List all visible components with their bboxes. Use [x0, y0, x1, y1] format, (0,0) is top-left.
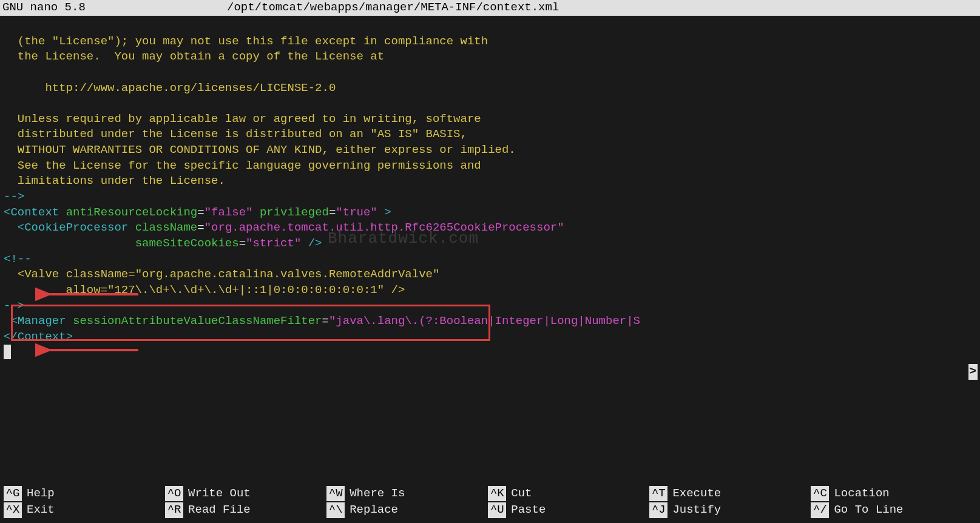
shortcut-label: Exit	[27, 502, 55, 518]
license-line: limitations under the License.	[4, 174, 225, 187]
shortcut-label: Where Is	[350, 486, 405, 502]
shortcut-label: Location	[834, 486, 889, 502]
shortcut-key: ^X	[4, 502, 22, 518]
indent	[4, 314, 10, 328]
cursor	[4, 345, 11, 359]
attr-value: "true"	[336, 206, 377, 219]
comment-close: -->	[4, 299, 24, 312]
shortcut-key: ^\	[326, 502, 345, 518]
license-line: distributed under the License is distrib…	[4, 127, 467, 141]
equals: =	[239, 237, 246, 250]
context-end-tag: Context	[18, 330, 66, 343]
equals: =	[329, 206, 336, 219]
editor-area[interactable]: (the "License"); you may not use this fi…	[0, 16, 980, 504]
license-line: the License. You may obtain a copy of th…	[4, 50, 384, 63]
tag-bracket: <	[10, 314, 17, 328]
shortcut-key: ^C	[811, 486, 829, 502]
attr-value: "strict"	[246, 237, 301, 250]
attr-value: "java\.lang\.(?:Boolean|Integer|Long|Num…	[329, 314, 640, 328]
attr-name: privileged	[253, 206, 329, 219]
shortcut-key: ^/	[811, 502, 829, 518]
shortcut-key: ^G	[4, 486, 22, 502]
shortcut-item[interactable]: ^KCut	[488, 486, 649, 502]
shortcut-label: Replace	[350, 502, 398, 518]
shortcut-item[interactable]: ^TExecute	[649, 486, 811, 502]
attr-value: "org.apache.tomcat.util.http.Rfc6265Cook…	[204, 221, 564, 234]
shortcut-label: Write Out	[188, 486, 251, 502]
comment-close: -->	[4, 190, 24, 203]
tag-close: >	[66, 330, 73, 343]
shortcut-label: Help	[27, 486, 55, 502]
indent	[4, 283, 59, 297]
tag-bracket: <	[18, 268, 24, 281]
shortcut-item[interactable]: ^XExit	[4, 502, 165, 518]
indent	[4, 268, 18, 281]
shortcut-item[interactable]: ^RRead File	[165, 502, 326, 518]
tag-bracket: <	[4, 206, 10, 219]
shortcut-item[interactable]: ^\Replace	[326, 502, 488, 518]
attr-name: allow	[59, 283, 100, 297]
shortcut-label: Execute	[672, 486, 721, 502]
shortcut-bar: ^GHelp^OWrite Out^WWhere Is^KCut^TExecut…	[4, 486, 976, 519]
tag-bracket: <	[18, 221, 24, 234]
context-tag: Context	[10, 206, 59, 219]
equals: =	[322, 314, 329, 328]
attr-name: className	[128, 221, 197, 234]
app-name: GNU nano 5.8	[2, 0, 227, 16]
license-line: (the "License"); you may not use this fi…	[4, 35, 488, 48]
indent	[4, 237, 128, 250]
shortcut-label: Cut	[511, 486, 532, 502]
license-line: See the License for the specific languag…	[4, 159, 481, 172]
shortcut-label: Justify	[672, 502, 721, 518]
shortcut-key: ^O	[165, 486, 183, 502]
tag-close: >	[377, 206, 391, 219]
attr-name: sameSiteCookies	[128, 237, 238, 250]
attr-value: "127\.\d+\.\d+\.\d+|::1|0:0:0:0:0:0:0:1"	[107, 283, 384, 297]
indent	[4, 221, 18, 234]
shortcut-item[interactable]: ^WWhere Is	[326, 486, 488, 502]
shortcut-label: Read File	[188, 502, 251, 518]
scroll-indicator: >	[968, 364, 978, 380]
manager-tag: Manager	[18, 314, 66, 328]
shortcut-key: ^U	[488, 502, 506, 518]
shortcut-key: ^W	[326, 486, 345, 502]
file-path: /opt/tomcat/webapps/manager/META-INF/con…	[227, 0, 559, 16]
tag-close: />	[384, 283, 405, 297]
shortcut-item[interactable]: ^/Go To Line	[811, 502, 972, 518]
shortcut-item[interactable]: ^JJustify	[649, 502, 811, 518]
equals: =	[197, 206, 204, 219]
equals: =	[197, 221, 204, 234]
attr-value: "false"	[204, 206, 253, 219]
shortcut-key: ^K	[488, 486, 506, 502]
attr-name: antiResourceLocking	[59, 206, 197, 219]
comment-open: <!--	[4, 252, 32, 266]
attr-value: "org.apache.catalina.valves.RemoteAddrVa…	[135, 268, 440, 281]
equals: =	[128, 268, 135, 281]
equals: =	[101, 283, 107, 297]
license-url: http://www.apache.org/licenses/LICENSE-2…	[4, 81, 336, 95]
license-line: Unless required by applicable law or agr…	[4, 112, 481, 126]
attr-name: sessionAttributeValueClassNameFilter	[66, 314, 322, 328]
shortcut-label: Paste	[511, 502, 546, 518]
tag-close: />	[301, 237, 322, 250]
license-line: WITHOUT WARRANTIES OR CONDITIONS OF ANY …	[4, 143, 516, 157]
shortcut-key: ^T	[649, 486, 667, 502]
titlebar: GNU nano 5.8 /opt/tomcat/webapps/manager…	[0, 0, 980, 16]
shortcut-item[interactable]: ^GHelp	[4, 486, 165, 502]
shortcut-item[interactable]: ^CLocation	[811, 486, 972, 502]
shortcut-label: Go To Line	[834, 502, 903, 518]
tag-bracket: </	[4, 330, 18, 343]
cookie-tag: CookieProcessor	[24, 221, 128, 234]
attr-name: className	[59, 268, 128, 281]
shortcut-key: ^J	[649, 502, 667, 518]
shortcut-item[interactable]: ^OWrite Out	[165, 486, 326, 502]
shortcut-item[interactable]: ^UPaste	[488, 502, 649, 518]
arrow-annotation	[35, 342, 144, 358]
valve-tag: Valve	[24, 268, 59, 281]
shortcut-key: ^R	[165, 502, 183, 518]
